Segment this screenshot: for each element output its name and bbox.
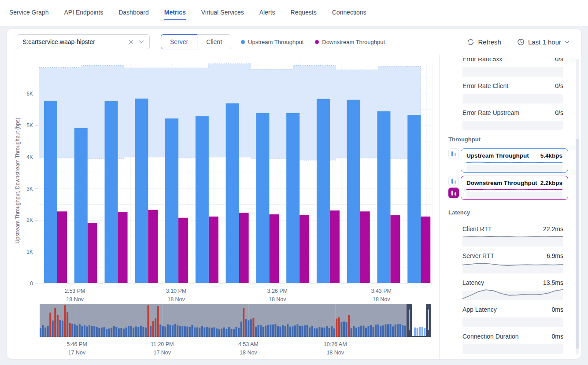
chart-type-icons	[448, 176, 459, 198]
metric-card-downstream-throughput[interactable]: Downstream Throughput2.2kbps	[461, 176, 568, 200]
time-range-selector[interactable]: Last 1 hour	[517, 38, 570, 46]
sidebar-scrollbar-thumb[interactable]	[576, 139, 579, 348]
downstream-bar	[269, 214, 279, 284]
tab-requests[interactable]: Requests	[290, 6, 317, 20]
downstream-bar	[209, 217, 218, 284]
sparkline	[462, 64, 563, 77]
downstream-bar	[88, 223, 97, 284]
tab-connections[interactable]: Connections	[332, 6, 367, 20]
server-button[interactable]: Server	[161, 34, 197, 49]
sidebar-scrollbar-track[interactable]	[576, 59, 579, 354]
metric-label: Error Rate Upstream	[462, 109, 519, 116]
metric-value: 0/s	[555, 58, 563, 63]
icon-bar	[455, 153, 456, 156]
upstream-bar	[317, 99, 330, 284]
downstream-bar	[330, 210, 340, 284]
legend-item-downstream-throughput[interactable]: Downstream Throughput	[315, 39, 385, 45]
timeline-minimap[interactable]	[40, 304, 431, 337]
metric-row-error-rate-client[interactable]: Error Rate Client0/s	[462, 82, 563, 103]
sparkline	[462, 234, 563, 247]
tab-virtual-services[interactable]: Virtual Services	[201, 6, 244, 20]
downstream-bar	[360, 211, 370, 284]
downstream-bar	[118, 212, 128, 284]
metric-row-server-rtt[interactable]: Server RTT6.9ms	[462, 252, 563, 273]
metrics-sidebar: Error Rate 5xx0/sError Rate Client0/sErr…	[440, 55, 581, 359]
metric-value: 13.5ms	[543, 279, 563, 286]
y-tick-1K: 1K	[7, 248, 38, 255]
chevron-down-icon[interactable]	[139, 40, 144, 44]
upstream-bar	[105, 101, 118, 284]
card-value: 2.2kbps	[540, 180, 562, 188]
downstream-bar	[300, 215, 309, 284]
main-bar-chart	[39, 63, 433, 284]
upstream-bar	[44, 101, 57, 284]
icon-bar	[451, 191, 453, 195]
metrics-panel: S:cartservice.waap-hipster ServerClient …	[7, 29, 581, 359]
upstream-bar	[347, 100, 360, 284]
metric-label: Connection Duration	[462, 333, 519, 340]
upstream-bar	[407, 115, 421, 284]
section-header-latency: Latency	[448, 209, 581, 216]
bar-chart-icon[interactable]	[448, 148, 459, 159]
y-tick-0: 0	[7, 280, 38, 287]
tab-alerts[interactable]: Alerts	[259, 6, 276, 20]
card-value: 5.4kbps	[540, 152, 562, 160]
minimap-tick-10-26-am: 10:26 AM18 Nov	[324, 340, 347, 358]
tab-service-graph[interactable]: Service Graph	[9, 6, 49, 20]
metric-card-row-downstream-throughput: Downstream Throughput2.2kbps	[448, 176, 568, 200]
client-button[interactable]: Client	[197, 34, 231, 49]
x-tick-2-53-pm: 2:53 PM18 Nov	[65, 287, 85, 304]
y-tick-4K: 4K	[7, 154, 38, 161]
sparkline	[462, 261, 563, 273]
icon-bar	[455, 181, 456, 184]
tab-api-endpoints[interactable]: API Endpoints	[63, 6, 104, 20]
downstream-bar	[421, 217, 430, 284]
upstream-bar	[286, 113, 300, 284]
downstream-bar	[239, 213, 249, 284]
metric-row-error-rate-5xx[interactable]: Error Rate 5xx0/s	[462, 58, 563, 77]
metric-row-error-rate-upstream[interactable]: Error Rate Upstream0/s	[462, 109, 563, 130]
sidebar-scroll-region[interactable]: Error Rate 5xx0/sError Rate Client0/sErr…	[448, 58, 581, 359]
tab-metrics[interactable]: Metrics	[164, 6, 186, 20]
close-icon[interactable]	[129, 40, 133, 44]
metric-card-upstream-throughput[interactable]: Upstream Throughput5.4kbps	[461, 148, 568, 173]
upstream-bar	[135, 99, 148, 284]
section-header-throughput: Throughput	[448, 136, 581, 143]
legend-item-upstream-throughput[interactable]: Upstream Throughput	[241, 39, 303, 45]
bar-chart-icon[interactable]	[448, 176, 459, 186]
y-tick-3K: 3K	[7, 185, 38, 192]
main-chart-plot	[39, 63, 433, 284]
metric-row-app-latency[interactable]: App Latency0ms	[462, 306, 563, 327]
service-selector[interactable]: S:cartservice.waap-hipster	[17, 34, 150, 49]
upstream-bar	[74, 128, 88, 284]
sparkline	[462, 342, 563, 354]
metric-row-latency[interactable]: Latency13.5ms	[462, 279, 563, 300]
downstream-bar	[390, 215, 400, 284]
metric-row-client-rtt[interactable]: Client RTT22.2ms	[462, 225, 563, 247]
metric-label: Latency	[462, 279, 484, 286]
metric-label: Client RTT	[462, 225, 492, 232]
legend-dot	[315, 40, 319, 44]
metric-label: Server RTT	[462, 252, 494, 259]
mode-toggle: ServerClient	[161, 34, 231, 49]
x-tick-3-10-pm: 3:10 PM18 Nov	[166, 287, 187, 304]
upstream-bar	[256, 113, 269, 284]
minimap-chart[interactable]	[40, 304, 431, 337]
bar-chart-active-icon[interactable]	[448, 188, 459, 198]
toolbar: S:cartservice.waap-hipster ServerClient …	[7, 29, 581, 55]
metric-row-connection-duration[interactable]: Connection Duration0ms	[462, 333, 563, 354]
upstream-bar	[165, 118, 178, 284]
clock-icon	[517, 38, 525, 46]
tab-dashboard[interactable]: Dashboard	[118, 6, 149, 20]
chart-area: Upstream Throughput, Downstream Throughp…	[7, 55, 439, 359]
top-nav: Service GraphAPI EndpointsDashboardMetri…	[0, 0, 588, 26]
refresh-button[interactable]: Refresh	[467, 38, 501, 46]
y-tick-2K: 2K	[7, 217, 38, 224]
card-sparkline	[466, 160, 562, 172]
card-title: Upstream Throughput	[466, 152, 529, 160]
y-axis-ticks: 01K2K3K4K5K6K	[7, 63, 38, 284]
minimap-tick-4-53-am: 4:53 AM18 Nov	[238, 340, 259, 358]
chart-legend: Upstream ThroughputDownstream Throughput	[241, 39, 385, 45]
metric-value: 0/s	[555, 109, 563, 116]
icon-bar	[451, 151, 453, 156]
